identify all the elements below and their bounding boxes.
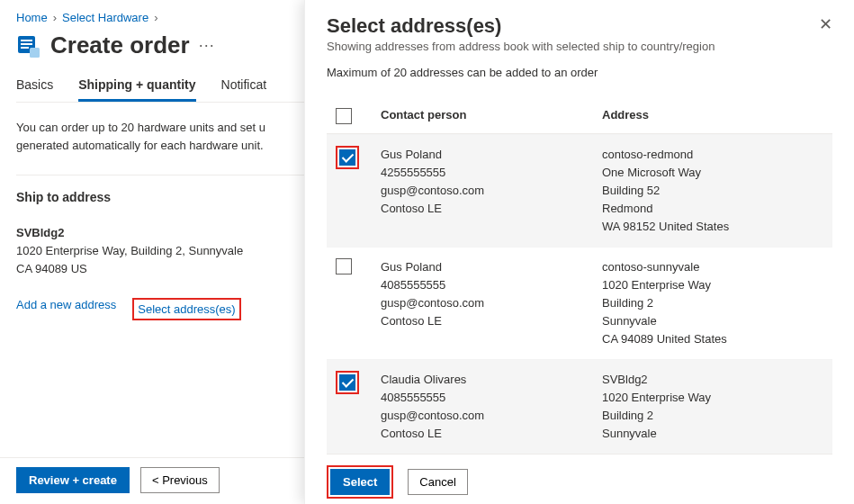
address-table: Contact person Address Gus Poland4255555…	[327, 97, 832, 454]
tab-shipping-quantity[interactable]: Shipping + quantity	[78, 77, 195, 102]
table-row[interactable]: Gus Poland4255555555gusp@contoso.comCont…	[327, 134, 832, 247]
svg-rect-2	[21, 43, 32, 45]
highlight-box: Select address(es)	[132, 298, 240, 320]
row-checkbox[interactable]	[339, 149, 355, 166]
select-button[interactable]: Select	[330, 469, 390, 495]
chevron-right-icon: ›	[154, 11, 157, 24]
contact-cell: Claudia Olivares4085555555gusp@contoso.c…	[381, 371, 602, 443]
chevron-right-icon: ›	[53, 11, 57, 24]
order-icon	[16, 33, 41, 58]
breadcrumb-home[interactable]: Home	[16, 11, 48, 24]
panel-note: Maximum of 20 addresses can be added to …	[327, 66, 832, 79]
breadcrumb-select-hardware[interactable]: Select Hardware	[62, 11, 148, 24]
col-address: Address	[602, 108, 823, 122]
panel-title: Select address(es)	[327, 14, 715, 38]
svg-rect-1	[21, 40, 32, 41]
more-button[interactable]: ···	[199, 36, 215, 55]
contact-cell: Gus Poland4085555555gusp@contoso.comCont…	[381, 258, 602, 330]
previous-button[interactable]: < Previous	[140, 467, 220, 493]
row-checkbox[interactable]	[339, 374, 355, 391]
select-addresses-link[interactable]: Select address(es)	[138, 302, 235, 316]
highlight-box: Select	[327, 465, 393, 499]
review-create-button[interactable]: Review + create	[16, 467, 130, 493]
panel-subtitle: Showing addresses from address book with…	[327, 40, 715, 53]
select-addresses-panel: Select address(es) Showing addresses fro…	[304, 0, 854, 504]
intro-text: You can order up to 20 hardware units an…	[16, 119, 304, 155]
cancel-button[interactable]: Cancel	[408, 469, 467, 495]
address-cell: SVBldg21020 Enterprise WayBuilding 2Sunn…	[602, 371, 823, 443]
row-checkbox[interactable]	[336, 258, 352, 274]
address-cell: contoso-sunnyvale1020 Enterprise WayBuil…	[602, 258, 823, 348]
tab-notifications[interactable]: Notificat	[221, 77, 267, 102]
col-contact: Contact person	[381, 108, 602, 122]
close-icon[interactable]: ✕	[819, 14, 832, 34]
svg-rect-3	[21, 47, 29, 49]
select-all-checkbox[interactable]	[336, 108, 352, 124]
table-row[interactable]: Claudia Olivares4085555555gusp@contoso.c…	[327, 359, 832, 454]
add-new-address-link[interactable]: Add a new address	[16, 298, 116, 320]
tab-basics[interactable]: Basics	[16, 77, 53, 102]
contact-cell: Gus Poland4255555555gusp@contoso.comCont…	[381, 146, 602, 218]
page-title: Create order	[50, 32, 190, 59]
svg-rect-4	[30, 48, 40, 58]
address-cell: contoso-redmondOne Microsoft WayBuilding…	[602, 146, 823, 236]
table-row[interactable]: Gus Poland4085555555gusp@contoso.comCont…	[327, 247, 832, 359]
